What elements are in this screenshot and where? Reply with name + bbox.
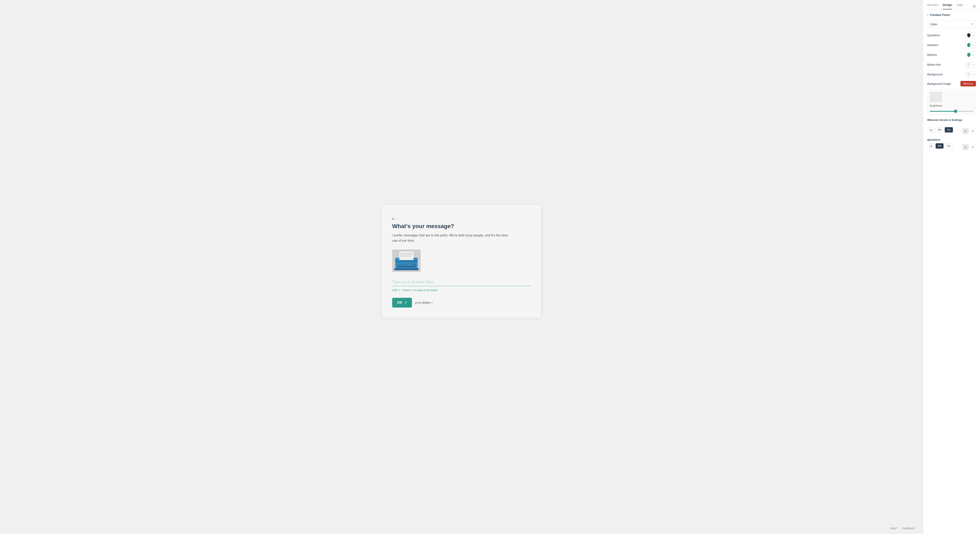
welcome-align-left-button[interactable]: ≡ [963,128,969,134]
welcome-size-sm[interactable]: Sm [945,127,953,132]
button-text-color-swatch [967,63,970,67]
sidebar-content: ‹ Contact Form Cabin Arial Georgia Helve… [923,10,980,534]
feedback-link[interactable]: Feedback [902,527,915,530]
svg-rect-14 [410,264,412,266]
svg-rect-12 [406,264,408,266]
checkmark-icon: ✓ [404,300,407,305]
questions-color-swatch [967,33,970,37]
svg-rect-11 [404,264,406,266]
question-description: I prefer messages that are to the point.… [392,233,511,243]
questions-align-right-button[interactable]: ≡ [970,144,976,150]
ok-button[interactable]: OK ✓ [392,298,412,308]
chevron-down-icon-5: ∨ [973,73,974,76]
shortcut-hint: Shift ⇧ + Enter ↵ to make a line break [392,289,531,292]
answer-input[interactable] [392,278,531,286]
align-left-icon: ≡ [965,129,966,133]
questions-size-md[interactable]: Md [935,143,943,149]
questions-align-group: ≡ ≡ [963,144,976,150]
answers-color-button[interactable]: ∨ [965,42,976,48]
svg-rect-15 [412,264,414,266]
sidebar-title: Contact Form [930,13,950,16]
arrow-icon: → [395,217,398,221]
svg-rect-6 [395,260,418,262]
brightness-slider[interactable] [930,111,973,112]
svg-rect-16 [394,268,418,270]
svg-rect-10 [402,264,404,266]
questions-label: Questions [927,33,940,37]
ok-button-row: OK ✓ press Enter ↵ [392,298,531,308]
svg-rect-3 [400,253,412,254]
back-button[interactable]: ‹ [927,13,928,16]
welcome-size-group: Lg Md Sm [927,127,953,132]
questions-color-row: Questions ∨ [927,32,976,38]
background-color-button[interactable]: ∨ [965,71,976,78]
welcome-screen-row: Welcome Screen & Endings [927,118,976,124]
background-label: Background [927,73,942,76]
svg-rect-8 [398,264,399,266]
background-thumbnail [930,92,942,102]
buttons-color-row: Buttons ∨ [927,52,976,58]
answers-label: Answers [927,43,938,47]
align-right-icon-2: ≡ [972,146,974,149]
buttons-color-swatch [967,53,970,57]
button-text-label: Button text [927,63,941,66]
ok-label: OK [397,300,402,305]
font-select[interactable]: Cabin Arial Georgia Helvetica [927,21,976,28]
tab-logic[interactable]: Logic [956,3,963,10]
form-card: 4 → What's your message? I prefer messag… [382,205,541,318]
align-left-icon-2: ≡ [965,146,966,149]
brightness-label: Brightness [930,104,973,107]
background-color-swatch [967,72,970,76]
question-title: What's your message? [392,223,531,229]
button-text-color-button[interactable]: ∨ [965,61,976,68]
questions-section-label: Questions [927,138,976,141]
welcome-size-md[interactable]: Md [935,127,943,132]
question-number: 4 → [392,217,531,221]
sidebar-back-row: ‹ Contact Form [927,13,976,16]
svg-rect-13 [408,264,410,266]
chevron-down-icon: ∨ [973,34,974,37]
background-image-label: Background image [927,82,951,86]
background-color-row: Background ∨ [927,71,976,78]
gear-icon: ⚙ [973,4,976,8]
sidebar: Question Design Logic ⚙ ‹ Contact Form C… [923,0,980,534]
welcome-align-right-button[interactable]: ≡ [970,128,976,134]
tab-group: Question Design Logic [927,3,963,10]
questions-size-group: Lg Md Sm [927,143,953,149]
tab-design[interactable]: Design [943,3,952,10]
background-image-row: Background image Remove [927,81,976,86]
remove-background-button[interactable]: Remove [961,81,976,86]
welcome-size-lg[interactable]: Lg [927,127,934,132]
chevron-down-icon-4: ∨ [973,64,974,66]
press-enter-hint: press Enter ↵ [415,301,434,304]
align-right-icon: ≡ [972,129,974,133]
typewriter-image [392,250,421,272]
buttons-label: Buttons [927,53,937,56]
welcome-align-group: ≡ ≡ [963,128,976,134]
button-text-color-row: Button text ∨ [927,61,976,68]
footer: Help? Feedback [0,523,923,534]
answers-color-swatch [967,43,970,47]
questions-size-sm[interactable]: Sm [945,143,953,149]
chevron-down-icon-2: ∨ [973,44,974,46]
welcome-section-label: Welcome Screen & Endings [927,118,962,121]
svg-rect-9 [400,264,401,266]
sidebar-tabs: Question Design Logic ⚙ [923,0,980,10]
svg-rect-5 [400,256,410,257]
svg-rect-4 [400,254,412,255]
help-link[interactable]: Help? [890,527,897,530]
buttons-color-button[interactable]: ∨ [965,52,976,58]
settings-gear-button[interactable]: ⚙ [973,4,976,9]
tab-question[interactable]: Question [927,3,939,10]
questions-align-left-button[interactable]: ≡ [963,144,969,150]
chevron-down-icon-3: ∨ [973,54,974,56]
answers-color-row: Answers ∨ [927,42,976,48]
questions-size-lg[interactable]: Lg [927,143,934,149]
background-image-section: Brightness [927,89,976,115]
questions-color-button[interactable]: ∨ [965,32,976,38]
